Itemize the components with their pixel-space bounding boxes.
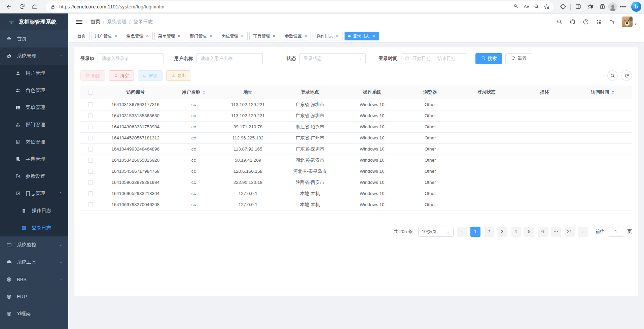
close-icon[interactable]: ✕: [114, 34, 117, 38]
extensions-icon[interactable]: [557, 1, 569, 12]
close-icon[interactable]: ✕: [372, 34, 375, 38]
home-icon[interactable]: [28, 1, 41, 12]
sidebar-item-system-monitor[interactable]: 系统监控 ⌄: [0, 236, 68, 254]
table-row[interactable]: 1641031533185863680cc113.102.129.221广东省-…: [80, 110, 632, 121]
read-aloud-icon[interactable]: [521, 2, 531, 11]
row-checkbox[interactable]: [88, 136, 93, 140]
sidebar-item-menu-management[interactable]: 菜单管理: [0, 99, 68, 116]
select-login-status[interactable]: 登录状态 ⌄: [299, 53, 366, 64]
close-icon[interactable]: ✕: [146, 34, 149, 38]
collections-icon[interactable]: [596, 1, 608, 12]
reload-icon[interactable]: [15, 1, 28, 12]
profile-avatar-icon[interactable]: [608, 2, 617, 11]
tab-dictionary-management[interactable]: 字典管理 ✕: [249, 32, 279, 40]
tab-department-management[interactable]: 部门管理 ✕: [186, 32, 216, 40]
row-checkbox[interactable]: [88, 147, 93, 152]
close-icon[interactable]: ✕: [304, 34, 307, 38]
row-checkbox[interactable]: [88, 113, 93, 118]
table-row[interactable]: 1641069798270046208cc127.0.0.1本地-本机Windo…: [80, 199, 632, 210]
bing-copilot-icon[interactable]: b: [631, 2, 641, 12]
page-size-select[interactable]: 10条/页 ⌄: [418, 227, 454, 237]
page-button-1[interactable]: 1: [470, 227, 480, 237]
add-favorite-icon[interactable]: [541, 2, 551, 11]
close-icon[interactable]: ✕: [272, 34, 276, 38]
tab-post-management[interactable]: 岗位管理 ✕: [218, 32, 248, 40]
tab-operation-log[interactable]: 操作日志 ✕: [313, 32, 343, 40]
sidebar-logo[interactable]: 意框架管理系统: [0, 13, 68, 30]
tab-user-management[interactable]: 用户管理 ✕: [91, 32, 121, 40]
row-checkbox[interactable]: [88, 125, 93, 129]
key-icon[interactable]: [511, 2, 521, 11]
select-all-checkbox[interactable]: [88, 90, 93, 95]
help-circle-icon[interactable]: [582, 19, 589, 25]
clear-button[interactable]: 清空: [109, 70, 134, 81]
address-bar[interactable]: https://ccnetcore.com:1101/system/log/lo…: [46, 1, 553, 12]
search-input-login-ip[interactable]: 请输入登录Ip: [98, 53, 164, 64]
close-icon[interactable]: ✕: [209, 34, 212, 38]
page-button-2[interactable]: 2: [484, 227, 494, 237]
search-input-user-name[interactable]: 请输入用户名称: [196, 53, 263, 64]
toggle-search-icon[interactable]: [607, 70, 618, 81]
sidebar-item-user-management[interactable]: 用户管理: [0, 65, 68, 82]
page-button-3[interactable]: 3: [497, 227, 507, 237]
more-options-icon[interactable]: •••: [617, 1, 629, 12]
sort-toggle-icon[interactable]: [203, 91, 205, 94]
table-row[interactable]: 1641031367863177216cc113.102.129.221广东省-…: [80, 99, 632, 110]
table-row[interactable]: 1641044520567181312cc112.96.225.132广东省-广…: [80, 132, 632, 143]
date-range-picker[interactable]: 开始日期 - 结束日期: [401, 53, 467, 64]
row-checkbox[interactable]: [88, 202, 93, 207]
sidebar-item-login-log[interactable]: 登录日志: [0, 219, 68, 236]
font-size-icon[interactable]: [609, 19, 615, 25]
github-icon[interactable]: [569, 19, 576, 25]
row-checkbox[interactable]: [88, 158, 93, 163]
prev-page-button[interactable]: ‹: [457, 227, 467, 237]
sidebar-item-erp[interactable]: ERP ⌄: [0, 288, 68, 305]
breadcrumb-item-home[interactable]: 首页: [91, 19, 100, 25]
row-checkbox[interactable]: [88, 180, 93, 185]
tab-login-log[interactable]: 登录日志 ✕: [345, 32, 379, 40]
zoom-out-icon[interactable]: [531, 2, 541, 11]
page-button-21[interactable]: 21: [565, 227, 575, 237]
search-button[interactable]: 搜索: [475, 53, 502, 64]
column-header-user-name[interactable]: 用户名称: [170, 86, 217, 99]
table-row[interactable]: 1641054566717984768cc120.6.150.158河北省-秦皇…: [80, 166, 632, 177]
column-header-access-time[interactable]: 访问时间: [574, 86, 632, 99]
reset-button[interactable]: 重置: [505, 53, 532, 64]
row-checkbox[interactable]: [88, 102, 93, 107]
fullscreen-icon[interactable]: [596, 19, 602, 25]
delete-button[interactable]: 删除: [80, 70, 105, 81]
export-button[interactable]: 导出: [166, 70, 191, 81]
table-row[interactable]: 1641059633978281984cc222.90.130.18陕西省-西安…: [80, 177, 632, 188]
jump-to-input[interactable]: 1: [608, 227, 624, 237]
sidebar-item-parameter-settings[interactable]: 参数设置: [0, 168, 68, 185]
avatar[interactable]: [622, 17, 633, 27]
table-row[interactable]: 1641069652933218304cc127.0.0.1本地-本机Windo…: [80, 188, 632, 199]
sidebar-item-home[interactable]: 首页: [0, 30, 68, 47]
row-checkbox[interactable]: [88, 191, 93, 196]
refresh-table-icon[interactable]: [621, 70, 632, 81]
table-row[interactable]: 1641053426655825920cc58.19.42.209湖北省-武汉市…: [80, 155, 632, 166]
close-icon[interactable]: ✕: [241, 34, 244, 38]
sidebar-item-system-tools[interactable]: 系统工具 ⌄: [0, 254, 68, 271]
page-button-5[interactable]: 5: [524, 227, 534, 237]
unlock-button[interactable]: 解锁: [138, 70, 163, 81]
sidebar-item-log-management[interactable]: 日志管理 ⌃: [0, 185, 68, 202]
sidebar-item-post-management[interactable]: 岗位管理: [0, 133, 68, 151]
sidebar-item-role-management[interactable]: 角色管理: [0, 82, 68, 99]
close-icon[interactable]: ✕: [335, 34, 339, 38]
sidebar-item-yi-framework[interactable]: Yi框架: [0, 305, 68, 322]
page-ellipsis-button[interactable]: •••: [551, 227, 561, 237]
sidebar-item-department-management[interactable]: 部门管理: [0, 116, 68, 133]
table-row[interactable]: 1641043063331753984cc39.171.210.78浙江省-绍兴…: [80, 121, 632, 132]
row-checkbox[interactable]: [88, 169, 93, 174]
page-button-4[interactable]: 4: [511, 227, 521, 237]
tab-menu-management[interactable]: 菜单管理 ✕: [154, 32, 184, 40]
split-screen-icon[interactable]: [572, 1, 584, 12]
back-arrow-icon[interactable]: [3, 1, 15, 12]
chevron-down-icon[interactable]: ▾: [635, 22, 637, 26]
close-icon[interactable]: ✕: [177, 34, 181, 38]
sidebar-item-operation-log[interactable]: 操作日志: [0, 202, 68, 219]
tab-parameter-settings[interactable]: 参数设置 ✕: [281, 32, 311, 40]
sidebar-item-bbs[interactable]: BBS ⌄: [0, 271, 68, 288]
sort-toggle-icon[interactable]: [612, 91, 614, 94]
